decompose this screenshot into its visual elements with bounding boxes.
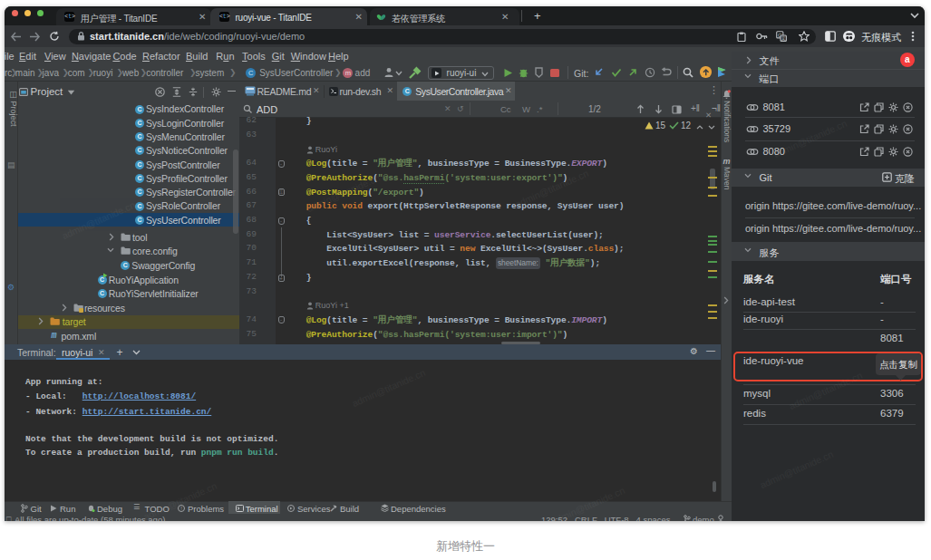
- svg-text:文: 文: [781, 35, 787, 41]
